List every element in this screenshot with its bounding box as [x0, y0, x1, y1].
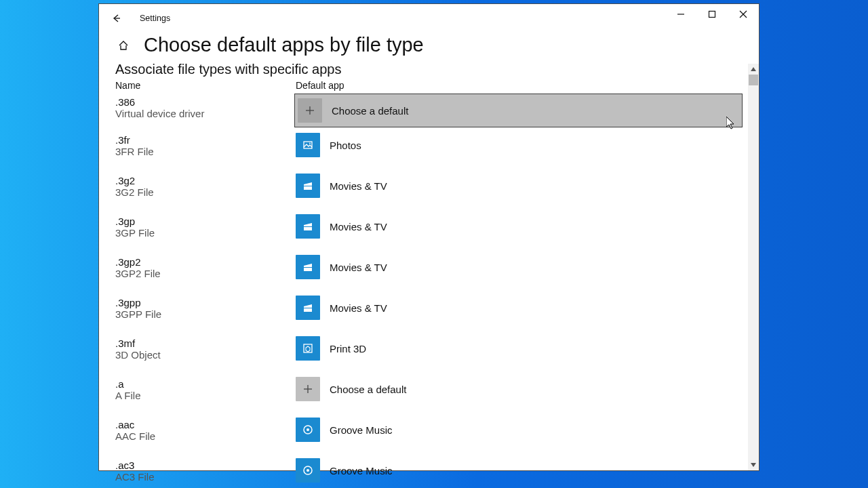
default-app-label: Groove Music	[330, 424, 393, 436]
window-title: Settings	[140, 14, 170, 23]
settings-window: Settings Choose default apps by file typ…	[98, 3, 760, 471]
file-type-description: AC3 File	[115, 471, 296, 483]
caption-buttons	[665, 4, 759, 24]
file-type-cell: .ac3AC3 File	[115, 454, 296, 483]
default-app-label: Groove Music	[330, 465, 393, 476]
scrollbar-down-button[interactable]	[748, 460, 759, 470]
file-type-cell: .3gp23GP2 File	[115, 251, 296, 279]
file-extension: .386	[115, 96, 296, 108]
default-app-button[interactable]: Movies & TV	[296, 169, 743, 210]
file-type-row: .3g23G2 FileMovies & TV	[115, 169, 743, 210]
groove-app-icon	[296, 458, 320, 483]
default-app-button[interactable]: Groove Music	[296, 454, 743, 488]
column-header-name: Name	[115, 80, 296, 91]
file-type-row: .3fr3FR FilePhotos	[115, 129, 743, 169]
default-app-label: Choose a default	[332, 105, 408, 117]
file-type-row: .3mf3D ObjectPrint 3D	[115, 332, 743, 373]
file-type-description: 3G2 File	[115, 186, 296, 198]
maximize-button[interactable]	[696, 4, 728, 24]
file-type-description: 3GP2 File	[115, 268, 296, 279]
file-type-cell: .aA File	[115, 373, 296, 401]
minimize-icon	[675, 9, 686, 20]
maximize-icon	[707, 9, 717, 20]
file-extension: .3mf	[115, 338, 296, 349]
default-app-button[interactable]: Movies & TV	[296, 291, 743, 332]
file-type-description: 3GP File	[115, 227, 296, 239]
groove-app-icon	[296, 418, 320, 442]
file-type-cell: .aacAAC File	[115, 413, 296, 442]
file-extension: .a	[115, 378, 296, 390]
file-type-row: .3gpp3GPP FileMovies & TV	[115, 291, 743, 332]
file-type-cell: .3gp3GP File	[115, 210, 296, 239]
default-app-label: Movies & TV	[330, 180, 387, 192]
default-app-label: Print 3D	[330, 343, 366, 354]
file-type-cell: .3gpp3GPP File	[115, 291, 296, 320]
file-type-cell: .386Virtual device driver	[115, 91, 296, 119]
home-icon	[118, 40, 129, 51]
close-button[interactable]	[728, 4, 759, 24]
file-extension: .3fr	[115, 134, 296, 146]
file-extension: .aac	[115, 419, 296, 430]
file-type-description: 3FR File	[115, 146, 296, 157]
default-app-label: Choose a default	[330, 384, 406, 395]
home-button[interactable]	[115, 37, 132, 54]
file-type-description: Virtual device driver	[115, 108, 296, 119]
scrollbar-up-button[interactable]	[748, 64, 759, 75]
file-type-cell: .3g23G2 File	[115, 169, 296, 198]
file-type-list: .386Virtual device driverChoose a defaul…	[99, 91, 759, 488]
movies-app-icon	[296, 174, 320, 198]
chevron-up-icon	[748, 64, 759, 75]
back-button[interactable]	[103, 5, 130, 32]
default-app-label: Movies & TV	[330, 221, 387, 232]
file-type-cell: .3fr3FR File	[115, 129, 296, 157]
default-app-label: Movies & TV	[330, 302, 387, 314]
file-type-description: A File	[115, 390, 296, 401]
default-app-button[interactable]: Choose a default	[296, 373, 743, 413]
plus-icon	[298, 98, 322, 123]
file-type-description: AAC File	[115, 430, 296, 442]
page-subheader: Associate file types with specific apps	[99, 56, 759, 77]
print3d-app-icon	[296, 336, 320, 361]
default-app-button[interactable]: Photos	[296, 129, 743, 169]
chevron-down-icon	[748, 460, 759, 470]
file-extension: .ac3	[115, 460, 296, 471]
column-header-app: Default app	[296, 80, 743, 91]
page-title: Choose default apps by file type	[144, 34, 424, 56]
file-type-row: .ac3AC3 FileGroove Music	[115, 454, 743, 488]
file-type-cell: .3mf3D Object	[115, 332, 296, 361]
file-type-row: .386Virtual device driverChoose a defaul…	[115, 91, 743, 129]
file-type-row: .3gp23GP2 FileMovies & TV	[115, 251, 743, 291]
page-header: Choose default apps by file type	[99, 33, 759, 56]
file-type-row: .aA FileChoose a default	[115, 373, 743, 413]
default-app-button[interactable]: Groove Music	[296, 413, 743, 454]
file-extension: .3gpp	[115, 297, 296, 308]
back-arrow-icon	[111, 13, 122, 24]
default-app-button[interactable]: Movies & TV	[296, 251, 743, 291]
movies-app-icon	[296, 255, 320, 279]
minimize-button[interactable]	[665, 4, 696, 24]
plus-icon	[296, 377, 320, 401]
file-type-description: 3D Object	[115, 349, 296, 361]
file-type-row: .3gp3GP FileMovies & TV	[115, 210, 743, 251]
file-extension: .3gp2	[115, 256, 296, 268]
default-app-button[interactable]: Print 3D	[296, 332, 743, 373]
close-icon	[738, 9, 749, 20]
file-extension: .3gp	[115, 216, 296, 227]
default-app-button[interactable]: Movies & TV	[296, 210, 743, 251]
movies-app-icon	[296, 214, 320, 239]
titlebar: Settings	[99, 4, 759, 33]
default-app-label: Movies & TV	[330, 262, 387, 273]
file-type-description: 3GPP File	[115, 308, 296, 320]
scrollbar-thumb[interactable]	[749, 75, 758, 85]
file-type-row: .aacAAC FileGroove Music	[115, 413, 743, 454]
scrollbar[interactable]	[748, 64, 759, 470]
file-extension: .3g2	[115, 175, 296, 186]
column-headers: Name Default app	[99, 80, 759, 91]
photos-app-icon	[296, 133, 320, 157]
default-app-button[interactable]: Choose a default	[294, 94, 743, 127]
default-app-label: Photos	[330, 140, 361, 151]
movies-app-icon	[296, 296, 320, 320]
